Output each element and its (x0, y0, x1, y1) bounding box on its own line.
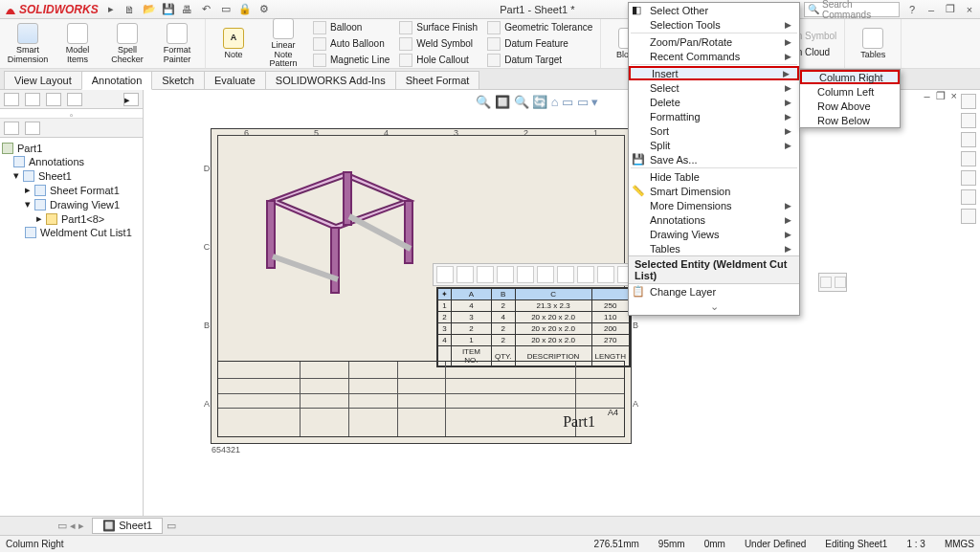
tab-addins[interactable]: SOLIDWORKS Add-Ins (265, 71, 396, 89)
submenu-row-below[interactable]: Row Below (800, 113, 900, 127)
tab-view-layout[interactable]: View Layout (4, 71, 82, 89)
search-commands-input[interactable]: 🔍Search Commands (804, 2, 900, 17)
resources-icon[interactable] (961, 113, 976, 128)
magnetic-line-button[interactable]: Magnetic Line (311, 53, 391, 68)
tree-sheet-format[interactable]: ▸Sheet Format1 (2, 183, 141, 197)
ctx-drawing-views[interactable]: Drawing Views▶ (629, 227, 799, 241)
open-icon[interactable]: 📂 (143, 3, 156, 16)
sheet-tab-1[interactable]: 🔲 Sheet1 (92, 518, 163, 534)
ctx-section-header: Selected Entity (Weldment Cut List) (629, 255, 799, 284)
ctx-selection-tools[interactable]: Selection Tools▶ (629, 17, 799, 32)
tree-root[interactable]: Part1 (2, 142, 141, 155)
model-items-button[interactable]: Model Items (56, 23, 100, 64)
tree-sheet1[interactable]: ▾Sheet1 (2, 168, 141, 183)
geometric-tolerance-button[interactable]: Geometric Tolerance (485, 20, 594, 35)
ctx-delete[interactable]: Delete▶ (629, 95, 799, 109)
feature-manager-tabs[interactable]: ▸ (0, 90, 143, 109)
select-icon[interactable]: ▭ (219, 3, 233, 16)
ctx-tables[interactable]: Tables▶ (629, 241, 799, 255)
minimize-icon[interactable]: – (924, 3, 938, 16)
drawing-view-model[interactable] (231, 153, 432, 325)
close-icon[interactable]: × (963, 3, 976, 16)
feature-manager-panel: ▸ ◦ Part1 Annotations ▾Sheet1 ▸Sheet For… (0, 90, 144, 516)
ctx-formatting[interactable]: Formatting▶ (629, 109, 799, 123)
view-palette-icon[interactable] (961, 170, 976, 186)
status-scale[interactable]: 1 : 3 (906, 539, 924, 549)
new-icon[interactable]: 🗎 (123, 3, 137, 16)
ctx-expand-icon[interactable]: ⌄ (629, 299, 799, 315)
spell-checker-button[interactable]: Spell Checker (105, 23, 149, 64)
tree-weldment-cut-list[interactable]: Weldment Cut List1 (2, 226, 141, 239)
status-units-button[interactable]: MMGS (945, 539, 974, 549)
ctx-select[interactable]: Select▶ (629, 80, 799, 95)
table-side-toolbar[interactable] (818, 273, 847, 292)
restore-icon[interactable]: ❐ (944, 3, 957, 16)
auto-balloon-button[interactable]: Auto Balloon (311, 36, 391, 52)
format-painter-button[interactable]: Format Painter (155, 23, 199, 64)
ctx-change-layer[interactable]: 📋Change Layer (629, 284, 799, 299)
inner-window-controls[interactable]: –❐× (924, 90, 957, 102)
print-icon[interactable]: 🖶 (181, 3, 194, 16)
rebuild-icon[interactable]: 🔒 (238, 3, 252, 16)
custom-props-icon[interactable] (961, 209, 976, 224)
save-icon[interactable]: 💾 (162, 3, 175, 16)
ctx-more-dimensions[interactable]: More Dimensions▶ (629, 198, 799, 212)
ctx-hide-table[interactable]: Hide Table (629, 169, 799, 184)
submenu-column-left[interactable]: Column Left (800, 84, 900, 99)
ctx-recent-commands[interactable]: Recent Commands▶ (629, 49, 799, 63)
ctx-select-other[interactable]: ◧Select Other (629, 3, 799, 17)
home-icon[interactable] (961, 94, 976, 109)
ctx-annotations[interactable]: Annotations▶ (629, 212, 799, 227)
feature-manager-secondary-tabs[interactable] (0, 119, 143, 138)
tab-annotation[interactable]: Annotation (81, 71, 153, 90)
title-bar: SOLIDWORKS ▸ 🗎 📂 💾 🖶 ↶ ▭ 🔒 ⚙ Part1 - She… (0, 0, 980, 19)
drawing-canvas[interactable]: –❐× 🔍 🔲 🔍 🔄 ⌂ ▭ ▭ ▾ 654321 654321 DCBA D… (144, 90, 980, 516)
datum-feature-button[interactable]: Datum Feature (485, 36, 594, 52)
title-block-partname: Part1 (563, 413, 595, 431)
smart-dimension-button[interactable]: Smart Dimension (6, 23, 50, 64)
ribbon: Smart Dimension Model Items Spell Checke… (0, 19, 980, 69)
ctx-zoom-pan-rotate[interactable]: Zoom/Pan/Rotate▶ (629, 34, 799, 49)
submenu-column-right[interactable]: Column Right (800, 70, 900, 84)
drawing-sheet[interactable]: 654321 654321 DCBA DCBA (211, 128, 632, 444)
balloon-button[interactable]: Balloon (311, 20, 391, 35)
undo-icon[interactable]: ↶ (200, 3, 213, 16)
svg-rect-3 (331, 228, 339, 293)
weldment-cut-list-table[interactable]: ✦ABC 14221.3 x 2.3250 23420 x 20 x 2.011… (436, 287, 631, 367)
status-defined: Under Defined (745, 539, 806, 549)
ctx-save-as[interactable]: 💾Save As... (629, 152, 799, 166)
feature-tree[interactable]: Part1 Annotations ▾Sheet1 ▸Sheet Format1… (0, 138, 143, 516)
status-d2: 95mm (658, 539, 685, 549)
help-icon[interactable]: ? (905, 3, 919, 16)
status-hint: Column Right (6, 539, 64, 549)
ctx-sort[interactable]: Sort▶ (629, 123, 799, 138)
title-block[interactable]: Part1 A4 (217, 361, 625, 437)
appearances-icon[interactable] (961, 189, 976, 205)
tab-sketch[interactable]: Sketch (151, 71, 205, 89)
ctx-split[interactable]: Split▶ (629, 138, 799, 152)
tree-annotations[interactable]: Annotations (2, 155, 141, 168)
file-explorer-icon[interactable] (961, 151, 976, 166)
tables-button[interactable]: Tables (851, 28, 895, 59)
tab-sheet-format[interactable]: Sheet Format (395, 71, 480, 89)
linear-note-pattern-button[interactable]: Linear Note Pattern (261, 18, 305, 68)
tree-drawing-view[interactable]: ▾Drawing View1 (2, 197, 141, 211)
task-pane-tabs[interactable] (961, 94, 978, 224)
submenu-row-above[interactable]: Row Above (800, 99, 900, 113)
design-library-icon[interactable] (961, 132, 976, 147)
hole-callout-button[interactable]: Hole Callout (397, 53, 479, 68)
weld-symbol-button[interactable]: Weld Symbol (397, 36, 479, 52)
ctx-smart-dimension[interactable]: 📏Smart Dimension (629, 184, 799, 198)
note-button[interactable]: ANote (212, 28, 256, 59)
options-icon[interactable]: ⚙ (257, 3, 271, 16)
surface-finish-button[interactable]: Surface Finish (397, 20, 479, 35)
svg-line-7 (349, 216, 411, 249)
tab-evaluate[interactable]: Evaluate (204, 71, 266, 89)
ctx-insert[interactable]: Insert▶ (629, 66, 799, 80)
menu-expand-icon[interactable]: ▸ (104, 3, 118, 16)
align-left-icon[interactable] (436, 266, 454, 283)
tree-part-ref[interactable]: ▸Part1<8> (2, 211, 141, 226)
heads-up-view-toolbar[interactable]: 🔍 🔲 🔍 🔄 ⌂ ▭ ▭ ▾ (476, 95, 598, 109)
datum-target-button[interactable]: Datum Target (485, 53, 594, 68)
add-sheet-icon[interactable]: ▭ (167, 520, 176, 532)
